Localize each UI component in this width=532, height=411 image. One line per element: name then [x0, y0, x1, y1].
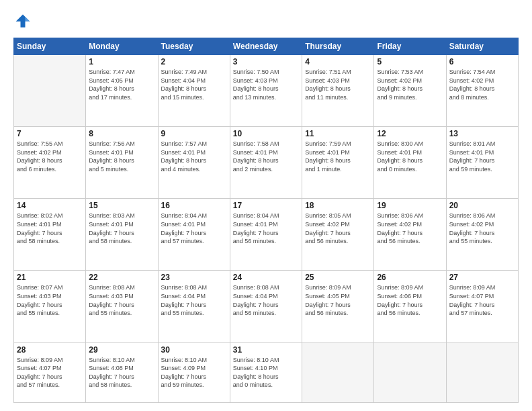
cell-info: Sunrise: 8:09 AM Sunset: 4:07 PM Dayligh…: [17, 356, 83, 390]
cell-info: Sunrise: 7:56 AM Sunset: 4:01 PM Dayligh…: [89, 140, 154, 173]
calendar-cell: 8Sunrise: 7:56 AM Sunset: 4:01 PM Daylig…: [86, 127, 158, 199]
calendar-cell: 14Sunrise: 8:02 AM Sunset: 4:01 PM Dayli…: [14, 199, 86, 271]
calendar-cell: 3Sunrise: 7:50 AM Sunset: 4:03 PM Daylig…: [230, 55, 302, 127]
calendar-cell: 13Sunrise: 8:01 AM Sunset: 4:01 PM Dayli…: [446, 127, 518, 199]
cell-info: Sunrise: 7:49 AM Sunset: 4:04 PM Dayligh…: [161, 68, 227, 101]
day-number: 1: [89, 57, 154, 66]
calendar-cell: 16Sunrise: 8:04 AM Sunset: 4:01 PM Dayli…: [158, 199, 230, 271]
day-number: 29: [89, 345, 154, 355]
calendar-week-row: 14Sunrise: 8:02 AM Sunset: 4:01 PM Dayli…: [14, 199, 519, 271]
day-number: 28: [17, 345, 83, 355]
day-number: 8: [89, 129, 154, 138]
calendar-cell: 4Sunrise: 7:51 AM Sunset: 4:03 PM Daylig…: [302, 55, 374, 127]
day-number: 19: [377, 201, 443, 210]
day-number: 14: [17, 201, 83, 210]
cell-info: Sunrise: 8:00 AM Sunset: 4:01 PM Dayligh…: [377, 140, 443, 173]
calendar-cell: 12Sunrise: 8:00 AM Sunset: 4:01 PM Dayli…: [374, 127, 446, 199]
weekday-header: Thursday: [302, 38, 374, 55]
calendar-cell: 9Sunrise: 7:57 AM Sunset: 4:01 PM Daylig…: [158, 127, 230, 199]
day-number: 13: [449, 129, 515, 138]
day-number: 24: [233, 273, 299, 282]
cell-info: Sunrise: 7:54 AM Sunset: 4:02 PM Dayligh…: [449, 68, 515, 101]
calendar-cell: [446, 342, 518, 402]
calendar-cell: 25Sunrise: 8:09 AM Sunset: 4:05 PM Dayli…: [302, 271, 374, 342]
weekday-header: Tuesday: [158, 38, 230, 55]
calendar-cell: 19Sunrise: 8:06 AM Sunset: 4:02 PM Dayli…: [374, 199, 446, 271]
weekday-header: Sunday: [14, 38, 86, 55]
svg-marker-1: [26, 17, 30, 21]
day-number: 21: [17, 273, 83, 282]
day-number: 4: [305, 57, 371, 66]
calendar-cell: [14, 55, 86, 127]
calendar-week-row: 7Sunrise: 7:55 AM Sunset: 4:02 PM Daylig…: [14, 127, 519, 199]
calendar-cell: 20Sunrise: 8:06 AM Sunset: 4:02 PM Dayli…: [446, 199, 518, 271]
cell-info: Sunrise: 8:03 AM Sunset: 4:01 PM Dayligh…: [89, 212, 154, 245]
cell-info: Sunrise: 8:08 AM Sunset: 4:03 PM Dayligh…: [89, 283, 154, 317]
calendar-cell: 10Sunrise: 7:58 AM Sunset: 4:01 PM Dayli…: [230, 127, 302, 199]
cell-info: Sunrise: 8:02 AM Sunset: 4:01 PM Dayligh…: [17, 212, 83, 245]
weekday-header: Saturday: [446, 38, 518, 55]
calendar-cell: 31Sunrise: 8:10 AM Sunset: 4:10 PM Dayli…: [230, 342, 302, 402]
calendar-week-row: 21Sunrise: 8:07 AM Sunset: 4:03 PM Dayli…: [14, 271, 519, 342]
calendar-cell: 26Sunrise: 8:09 AM Sunset: 4:06 PM Dayli…: [374, 271, 446, 342]
cell-info: Sunrise: 8:06 AM Sunset: 4:02 PM Dayligh…: [449, 212, 515, 245]
day-number: 18: [305, 201, 371, 210]
day-number: 7: [17, 129, 83, 138]
calendar-cell: 1Sunrise: 7:47 AM Sunset: 4:05 PM Daylig…: [86, 55, 158, 127]
calendar-cell: [302, 342, 374, 402]
day-number: 30: [161, 345, 227, 355]
day-number: 2: [161, 57, 227, 66]
cell-info: Sunrise: 8:10 AM Sunset: 4:09 PM Dayligh…: [161, 356, 227, 390]
cell-info: Sunrise: 8:10 AM Sunset: 4:10 PM Dayligh…: [233, 356, 299, 390]
cell-info: Sunrise: 8:04 AM Sunset: 4:01 PM Dayligh…: [161, 212, 227, 245]
calendar-cell: 17Sunrise: 8:04 AM Sunset: 4:01 PM Dayli…: [230, 199, 302, 271]
cell-info: Sunrise: 7:47 AM Sunset: 4:05 PM Dayligh…: [89, 68, 154, 101]
day-number: 20: [449, 201, 515, 210]
cell-info: Sunrise: 7:59 AM Sunset: 4:01 PM Dayligh…: [305, 140, 371, 173]
calendar-week-row: 28Sunrise: 8:09 AM Sunset: 4:07 PM Dayli…: [14, 342, 519, 402]
day-number: 11: [305, 129, 371, 138]
calendar-table: SundayMondayTuesdayWednesdayThursdayFrid…: [13, 38, 519, 403]
day-number: 12: [377, 129, 443, 138]
calendar-cell: 15Sunrise: 8:03 AM Sunset: 4:01 PM Dayli…: [86, 199, 158, 271]
calendar-cell: 29Sunrise: 8:10 AM Sunset: 4:08 PM Dayli…: [86, 342, 158, 402]
weekday-header: Monday: [86, 38, 158, 55]
cell-info: Sunrise: 7:55 AM Sunset: 4:02 PM Dayligh…: [17, 140, 83, 173]
day-number: 10: [233, 129, 299, 138]
day-number: 15: [89, 201, 154, 210]
cell-info: Sunrise: 8:05 AM Sunset: 4:02 PM Dayligh…: [305, 212, 371, 245]
day-number: 3: [233, 57, 299, 66]
calendar-cell: 5Sunrise: 7:53 AM Sunset: 4:02 PM Daylig…: [374, 55, 446, 127]
cell-info: Sunrise: 8:09 AM Sunset: 4:06 PM Dayligh…: [377, 283, 443, 317]
cell-info: Sunrise: 8:07 AM Sunset: 4:03 PM Dayligh…: [17, 283, 83, 317]
cell-info: Sunrise: 7:50 AM Sunset: 4:03 PM Dayligh…: [233, 68, 299, 101]
calendar-cell: 22Sunrise: 8:08 AM Sunset: 4:03 PM Dayli…: [86, 271, 158, 342]
day-number: 26: [377, 273, 443, 282]
calendar-cell: 11Sunrise: 7:59 AM Sunset: 4:01 PM Dayli…: [302, 127, 374, 199]
cell-info: Sunrise: 8:08 AM Sunset: 4:04 PM Dayligh…: [161, 283, 227, 317]
cell-info: Sunrise: 7:58 AM Sunset: 4:01 PM Dayligh…: [233, 140, 299, 173]
cell-info: Sunrise: 8:01 AM Sunset: 4:01 PM Dayligh…: [449, 140, 515, 173]
cell-info: Sunrise: 7:57 AM Sunset: 4:01 PM Dayligh…: [161, 140, 227, 173]
cell-info: Sunrise: 7:53 AM Sunset: 4:02 PM Dayligh…: [377, 68, 443, 101]
calendar-cell: 21Sunrise: 8:07 AM Sunset: 4:03 PM Dayli…: [14, 271, 86, 342]
weekday-header: Wednesday: [230, 38, 302, 55]
calendar-cell: 23Sunrise: 8:08 AM Sunset: 4:04 PM Dayli…: [158, 271, 230, 342]
calendar-cell: 27Sunrise: 8:09 AM Sunset: 4:07 PM Dayli…: [446, 271, 518, 342]
calendar-cell: [374, 342, 446, 402]
cell-info: Sunrise: 8:09 AM Sunset: 4:05 PM Dayligh…: [305, 283, 371, 317]
calendar-cell: 6Sunrise: 7:54 AM Sunset: 4:02 PM Daylig…: [446, 55, 518, 127]
cell-info: Sunrise: 7:51 AM Sunset: 4:03 PM Dayligh…: [305, 68, 371, 101]
cell-info: Sunrise: 8:06 AM Sunset: 4:02 PM Dayligh…: [377, 212, 443, 245]
day-number: 25: [305, 273, 371, 282]
calendar-cell: 18Sunrise: 8:05 AM Sunset: 4:02 PM Dayli…: [302, 199, 374, 271]
day-number: 5: [377, 57, 443, 66]
day-number: 27: [449, 273, 515, 282]
weekday-header: Friday: [374, 38, 446, 55]
weekday-header-row: SundayMondayTuesdayWednesdayThursdayFrid…: [14, 38, 519, 55]
logo-icon: [13, 12, 32, 31]
calendar-cell: 30Sunrise: 8:10 AM Sunset: 4:09 PM Dayli…: [158, 342, 230, 402]
day-number: 9: [161, 129, 227, 138]
cell-info: Sunrise: 8:10 AM Sunset: 4:08 PM Dayligh…: [89, 356, 154, 390]
calendar-cell: 2Sunrise: 7:49 AM Sunset: 4:04 PM Daylig…: [158, 55, 230, 127]
